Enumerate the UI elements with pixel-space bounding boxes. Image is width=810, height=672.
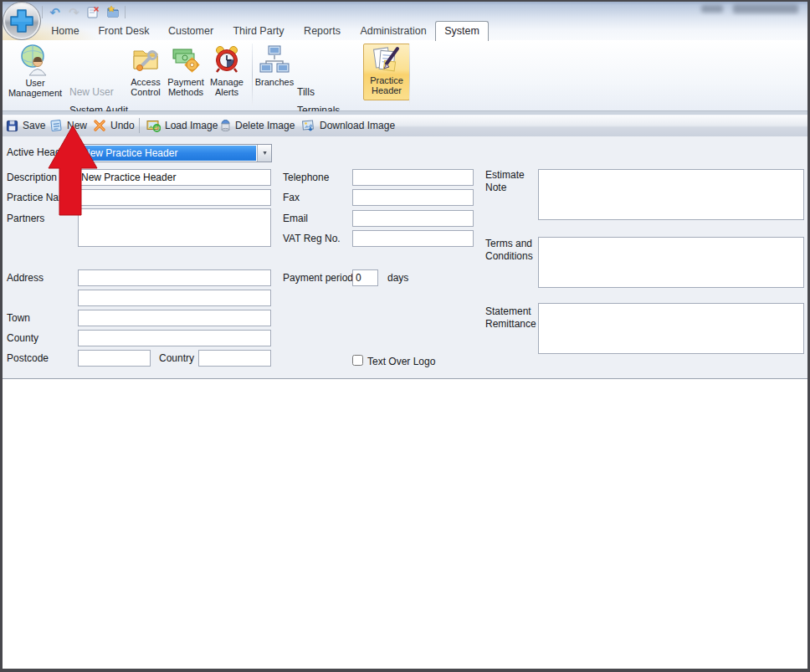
estimate-note-textarea[interactable] [538, 169, 804, 220]
tab-front-desk[interactable]: Front Desk [92, 23, 156, 39]
payment-period-days-suffix: days [387, 272, 408, 284]
county-label: County [7, 332, 38, 344]
address-line2-input[interactable] [78, 290, 271, 306]
save-label: Save [23, 120, 45, 131]
town-input[interactable] [78, 310, 271, 326]
blue-cross-icon [8, 7, 36, 35]
new-folder-icon[interactable] [105, 5, 120, 19]
combobox-dropdown-button[interactable]: ▼ [257, 145, 271, 162]
access-control-label: Access Control [131, 77, 160, 97]
tab-system[interactable]: System [435, 21, 489, 41]
ribbon: User Management New User System Audit Wo… [0, 40, 810, 111]
delete-image-icon [220, 119, 231, 132]
form-toolbar: Save New Undo Load Image [0, 115, 810, 138]
practice-header-button[interactable]: Practice Header [363, 44, 410, 100]
branches-label: Branches [255, 77, 294, 87]
payment-methods-button[interactable]: Payment Methods [165, 44, 207, 97]
red-annotation-arrow-icon [46, 125, 100, 217]
access-control-button[interactable]: Access Control [125, 44, 167, 97]
postcode-label: Postcode [7, 352, 49, 364]
payment-period-label: Payment period [283, 272, 353, 284]
tab-reports[interactable]: Reports [298, 23, 346, 39]
tab-customer[interactable]: Customer [162, 23, 219, 39]
county-input[interactable] [78, 330, 271, 346]
group-separator [252, 44, 253, 107]
manage-alerts-label: Manage Alerts [210, 77, 244, 97]
manage-alerts-button[interactable]: Manage Alerts [205, 44, 249, 97]
vat-reg-no-input[interactable] [352, 230, 474, 247]
fax-label: Fax [283, 192, 300, 203]
qat-separator [125, 6, 126, 18]
load-image-label: Load Image [165, 120, 218, 131]
statement-remittance-label: Statement Remittance [485, 305, 544, 331]
branches-icon [259, 44, 290, 76]
new-user-link: New User [69, 86, 114, 98]
statement-remittance-textarea[interactable] [538, 303, 804, 354]
application-menu-button[interactable] [3, 2, 41, 40]
fax-input[interactable] [352, 189, 474, 206]
user-management-icon [18, 44, 52, 77]
email-label: Email [283, 213, 308, 224]
text-over-logo-label: Text Over Logo [367, 356, 435, 367]
practice-header-icon [372, 46, 402, 74]
country-label: Country [159, 352, 194, 364]
estimate-note-label: Estimate Note [485, 169, 536, 194]
delete-image-button[interactable]: Delete Image [218, 115, 297, 136]
redacted-title-text [701, 5, 723, 13]
logo-preview-panel [3, 378, 807, 669]
active-header-value: New Practice Header [79, 146, 256, 161]
telephone-label: Telephone [283, 172, 329, 183]
country-input[interactable] [198, 350, 271, 367]
email-input[interactable] [352, 210, 474, 227]
tab-home[interactable]: Home [46, 23, 85, 39]
partners-textarea[interactable] [78, 208, 271, 247]
address-line1-input[interactable] [78, 269, 271, 286]
partners-label: Partners [7, 213, 44, 224]
town-label: Town [7, 312, 30, 324]
download-image-button[interactable]: Download Image [299, 115, 397, 136]
text-over-logo-checkbox[interactable] [352, 355, 363, 366]
quick-access-toolbar: ↶ ↷ [42, 4, 126, 19]
download-image-icon [301, 119, 315, 132]
redo-arrow-icon[interactable]: ↷ [67, 5, 81, 19]
application-window: ↶ ↷ Home Front Desk Customer [0, 0, 810, 672]
practice-name-input[interactable] [78, 189, 271, 206]
telephone-input[interactable] [352, 169, 474, 186]
manage-alerts-icon [212, 44, 242, 76]
tab-administration[interactable]: Administration [353, 23, 433, 39]
terms-and-conditions-textarea[interactable] [538, 237, 804, 288]
practice-header-label: Practice Header [370, 75, 403, 95]
address-label: Address [7, 272, 44, 284]
active-header-combobox[interactable]: New Practice Header ▼ [78, 144, 272, 162]
tab-third-party[interactable]: Third Party [226, 23, 291, 39]
save-icon [6, 120, 18, 132]
vat-reg-no-label: VAT Reg No. [283, 233, 341, 244]
user-management-label: User Management [8, 78, 62, 98]
branches-button[interactable]: Branches [254, 44, 295, 87]
qat-separator [42, 6, 43, 18]
delete-record-icon[interactable] [86, 5, 100, 19]
payment-methods-label: Payment Methods [167, 77, 203, 97]
user-management-button[interactable]: User Management [3, 44, 67, 98]
practice-header-form: Active Header New Practice Header ▼ Desc… [0, 136, 810, 378]
group-separator [409, 44, 410, 107]
undo-label: Undo [110, 120, 135, 131]
access-control-icon [131, 44, 161, 76]
download-image-label: Download Image [320, 120, 395, 131]
payment-period-input[interactable] [352, 269, 378, 286]
redacted-title-text [733, 4, 798, 13]
chevron-down-icon: ▼ [261, 150, 267, 156]
load-image-icon [146, 119, 161, 132]
load-image-button[interactable]: Load Image [144, 115, 220, 136]
toolbar-separator [139, 118, 140, 133]
postcode-input[interactable] [78, 350, 151, 367]
tills-link[interactable]: Tills [297, 86, 315, 98]
terms-and-conditions-label: Terms and Conditions [485, 238, 537, 263]
description-input[interactable] [78, 169, 271, 186]
delete-image-label: Delete Image [235, 120, 295, 131]
save-button[interactable]: Save [3, 115, 48, 136]
undo-arrow-icon[interactable]: ↶ [48, 5, 62, 19]
payment-methods-icon [171, 44, 201, 76]
